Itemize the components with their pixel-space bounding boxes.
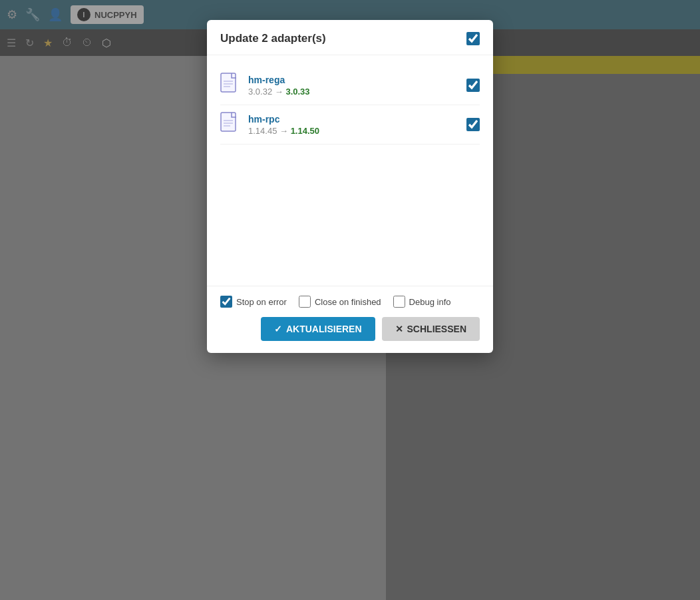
update-button-label: AKTUALISIEREN [286, 324, 362, 334]
svg-rect-4 [221, 113, 236, 131]
adapter-icon-hm-rpc [220, 112, 240, 137]
label-stop-on-error: Stop on error [236, 297, 287, 307]
footer-options: Stop on error Close on finished Debug in… [220, 296, 480, 308]
adapter-name-hm-rpc: hm-rpc [248, 114, 458, 125]
adapter-item-hm-rega: hm-rega 3.0.32 → 3.0.33 [220, 66, 480, 105]
checkbox-close-on-finished[interactable] [299, 296, 311, 308]
select-all-checkbox[interactable] [466, 32, 480, 45]
footer-buttons: ✓ AKTUALISIEREN ✕ SCHLIESSEN [220, 317, 480, 341]
modal-body: hm-rega 3.0.32 → 3.0.33 [207, 55, 493, 286]
option-stop-on-error[interactable]: Stop on error [220, 296, 287, 308]
x-icon: ✕ [395, 324, 403, 334]
checkbox-hm-rega[interactable] [466, 79, 480, 92]
label-debug-info: Debug info [409, 297, 451, 307]
option-close-on-finished[interactable]: Close on finished [299, 296, 381, 308]
modal-header: Update 2 adapter(s) [207, 20, 493, 55]
checkbox-hm-rpc[interactable] [466, 118, 480, 131]
label-close-on-finished: Close on finished [315, 297, 381, 307]
update-modal: Update 2 adapter(s) hm-rega 3.0.32 [207, 20, 493, 353]
adapter-item-hm-rpc: hm-rpc 1.14.45 → 1.14.50 [220, 105, 480, 145]
checkmark-icon: ✓ [274, 324, 282, 334]
arrow-hm-rpc: → [279, 126, 291, 136]
version-from-hm-rpc: 1.14.45 [248, 126, 277, 136]
modal-footer: Stop on error Close on finished Debug in… [207, 286, 493, 353]
version-to-hm-rega: 3.0.33 [285, 87, 309, 97]
svg-rect-0 [221, 73, 236, 92]
adapter-info-hm-rpc: hm-rpc 1.14.45 → 1.14.50 [248, 114, 458, 136]
modal-overlay: Update 2 adapter(s) hm-rega 3.0.32 [0, 0, 700, 600]
adapter-name-hm-rega: hm-rega [248, 75, 458, 85]
version-to-hm-rpc: 1.14.50 [291, 126, 319, 136]
modal-title: Update 2 adapter(s) [220, 32, 326, 45]
adapter-icon-hm-rega [220, 73, 240, 98]
arrow-hm-rega: → [275, 87, 286, 97]
version-from-hm-rega: 3.0.32 [248, 87, 272, 97]
close-button[interactable]: ✕ SCHLIESSEN [382, 317, 480, 341]
adapter-version-hm-rpc: 1.14.45 → 1.14.50 [248, 126, 458, 136]
checkbox-debug-info[interactable] [393, 296, 405, 308]
adapter-info-hm-rega: hm-rega 3.0.32 → 3.0.33 [248, 75, 458, 97]
checkbox-stop-on-error[interactable] [220, 296, 232, 308]
adapter-version-hm-rega: 3.0.32 → 3.0.33 [248, 87, 458, 97]
option-debug-info[interactable]: Debug info [393, 296, 451, 308]
close-button-label: SCHLIESSEN [407, 324, 466, 334]
update-button[interactable]: ✓ AKTUALISIEREN [261, 317, 375, 341]
